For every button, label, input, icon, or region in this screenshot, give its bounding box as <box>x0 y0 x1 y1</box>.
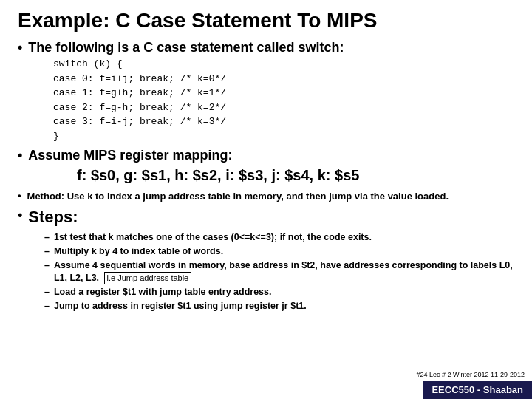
step-1: – 1st test that k matches one of the cas… <box>44 231 514 244</box>
step2-text: Multiply k by 4 to index table of words. <box>54 245 223 258</box>
bullet2-text: Assume MIPS register mapping: <box>28 148 232 163</box>
step4-text: Load a register $t1 with jump table entr… <box>54 286 272 299</box>
footer-ref: #24 Lec # 2 Winter 2012 11-29-2012 <box>416 371 525 378</box>
bullet2-section: • Assume MIPS register mapping: f: $s0, … <box>18 148 514 185</box>
code-line-3: case 1: f=g+h; break; /* k=1*/ <box>53 86 514 100</box>
step3-dash: – <box>44 259 50 272</box>
step5-text: Jump to address in register $t1 using ju… <box>54 300 307 313</box>
footer-badge: EECC550 - Shaaban <box>423 381 532 399</box>
bullet2-dot: • <box>18 148 22 163</box>
footer: EECC550 - Shaaban <box>423 381 532 399</box>
steps-list: – 1st test that k matches one of the cas… <box>44 231 514 313</box>
step4-dash: – <box>44 286 50 299</box>
bullet3: • Method: Use k to index a jump address … <box>18 190 514 203</box>
bullet1-section: • The following is a C case statement ca… <box>18 40 514 143</box>
steps-label: Steps: <box>28 208 78 227</box>
bullet1-dot: • <box>18 40 22 55</box>
step-4: – Load a register $t1 with jump table en… <box>44 286 514 299</box>
step-3: – Assume 4 sequential words in memory, b… <box>44 259 514 284</box>
step-2: – Multiply k by 4 to index table of word… <box>44 245 514 258</box>
slide: Example: C Case Statement To MIPS • The … <box>0 0 532 399</box>
code-block: switch (k) { case 0: f=i+j; break; /* k=… <box>53 57 514 143</box>
slide-title: Example: C Case Statement To MIPS <box>18 9 514 33</box>
step-5: – Jump to address in register $t1 using … <box>44 300 514 313</box>
bullet3-text: Method: Use k to index a jump address ta… <box>27 190 449 203</box>
bullet1-text: The following is a C case statement call… <box>28 40 344 55</box>
code-line-4: case 2: f=g-h; break; /* k=2*/ <box>53 100 514 115</box>
step3-text: Assume 4 sequential words in memory, bas… <box>54 259 514 284</box>
code-line-2: case 0: f=i+j; break; /* k=0*/ <box>53 72 514 86</box>
bullet4-section: • Steps: – 1st test that k matches one o… <box>18 208 514 313</box>
bullet2-heading: • Assume MIPS register mapping: <box>18 148 514 163</box>
bullet3-dot: • <box>18 190 21 201</box>
register-mapping: f: $s0, g: $s1, h: $s2, i: $s3, j: $s4, … <box>77 165 514 185</box>
bullet4-heading: • Steps: <box>18 208 514 230</box>
bullet1-heading: • The following is a C case statement ca… <box>18 40 514 55</box>
step5-dash: – <box>44 300 50 313</box>
code-line-6: } <box>53 129 514 144</box>
step1-dash: – <box>44 231 50 244</box>
code-line-5: case 3: f=i-j; break; /* k=3*/ <box>53 115 514 129</box>
bullet3-section: • Method: Use k to index a jump address … <box>18 190 514 203</box>
inline-box: i.e Jump address table <box>104 272 192 284</box>
code-line-1: switch (k) { <box>53 57 514 72</box>
bullet4-dot: • <box>18 208 22 223</box>
step1-text: 1st test that k matches one of the cases… <box>54 231 372 244</box>
step2-dash: – <box>44 245 50 258</box>
